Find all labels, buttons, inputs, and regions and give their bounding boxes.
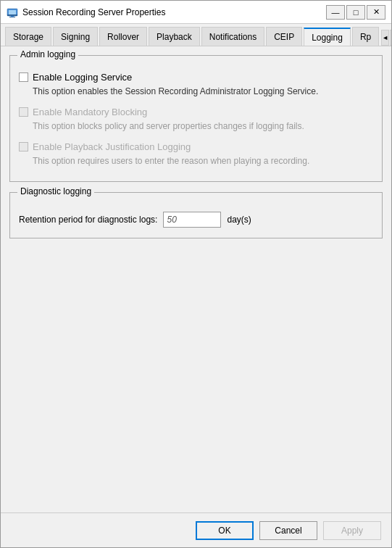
window-controls: — □ ✕ xyxy=(326,5,385,20)
ok-button[interactable]: OK xyxy=(196,521,254,540)
close-button[interactable]: ✕ xyxy=(367,5,385,20)
enable-logging-checkbox[interactable] xyxy=(19,72,28,82)
tab-playback[interactable]: Playback xyxy=(149,27,200,46)
enable-playback-checkbox[interactable] xyxy=(19,142,28,151)
minimize-button[interactable]: — xyxy=(326,5,345,20)
retention-unit: day(s) xyxy=(227,215,251,225)
tab-bar: Storage Signing Rollover Playback Notifi… xyxy=(1,24,391,46)
window-title: Session Recording Server Properties xyxy=(22,7,326,17)
svg-rect-4 xyxy=(9,17,15,17)
content-area: Admin logging Enable Logging Service Thi… xyxy=(1,46,391,512)
enable-playback-row: Enable Playback Justification Logging xyxy=(19,141,373,152)
enable-logging-description: This option enables the Session Recordin… xyxy=(33,86,373,98)
tab-rp[interactable]: Rp xyxy=(352,27,379,46)
apply-button[interactable]: Apply xyxy=(323,521,381,540)
tab-prev-button[interactable]: ◄ xyxy=(381,30,389,46)
main-window: Session Recording Server Properties — □ … xyxy=(0,0,392,548)
enable-mandatory-checkbox[interactable] xyxy=(19,107,28,117)
tab-logging[interactable]: Logging xyxy=(304,28,351,46)
admin-logging-legend: Admin logging xyxy=(17,49,78,59)
enable-mandatory-row: Enable Mandatory Blocking xyxy=(19,107,373,117)
cancel-button[interactable]: Cancel xyxy=(259,521,317,540)
maximize-button[interactable]: □ xyxy=(346,5,365,20)
enable-mandatory-label: Enable Mandatory Blocking xyxy=(33,107,147,117)
tab-next-button[interactable]: ► xyxy=(390,30,391,46)
svg-rect-2 xyxy=(7,14,17,16)
retention-label: Retention period for diagnostic logs: xyxy=(19,215,157,225)
admin-logging-group: Admin logging Enable Logging Service Thi… xyxy=(9,55,383,182)
enable-playback-label: Enable Playback Justification Logging xyxy=(33,141,191,152)
tab-rollover[interactable]: Rollover xyxy=(99,27,147,46)
window-icon xyxy=(7,7,18,18)
tab-storage[interactable]: Storage xyxy=(5,27,51,46)
diagnostic-logging-legend: Diagnostic logging xyxy=(17,186,94,196)
tab-notifications[interactable]: Notifications xyxy=(201,27,264,46)
retention-row: Retention period for diagnostic logs: da… xyxy=(19,212,373,228)
enable-mandatory-description: This option blocks policy and server pro… xyxy=(33,120,373,133)
tab-ceip[interactable]: CEIP xyxy=(266,27,302,46)
tab-signing[interactable]: Signing xyxy=(53,27,98,46)
footer: OK Cancel Apply xyxy=(1,512,391,547)
enable-logging-row: Enable Logging Service xyxy=(19,72,373,83)
retention-input[interactable] xyxy=(163,212,221,228)
diagnostic-logging-group: Diagnostic logging Retention period for … xyxy=(9,192,383,238)
enable-playback-description: This option requires users to enter the … xyxy=(33,155,373,167)
enable-logging-label: Enable Logging Service xyxy=(33,72,132,83)
svg-rect-1 xyxy=(9,10,16,14)
title-bar: Session Recording Server Properties — □ … xyxy=(1,1,391,24)
